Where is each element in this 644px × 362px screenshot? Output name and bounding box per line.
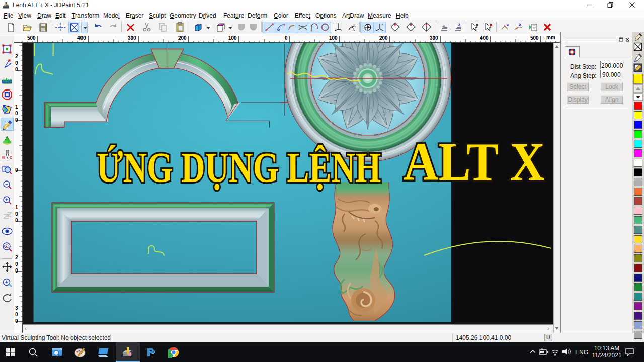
svg-text:x: x [382, 23, 383, 26]
svg-text:x: x [375, 29, 377, 32]
svg-text:C: C [10, 156, 12, 159]
svg-text:abc: abc [3, 77, 12, 83]
svg-text:N: N [2, 156, 5, 159]
